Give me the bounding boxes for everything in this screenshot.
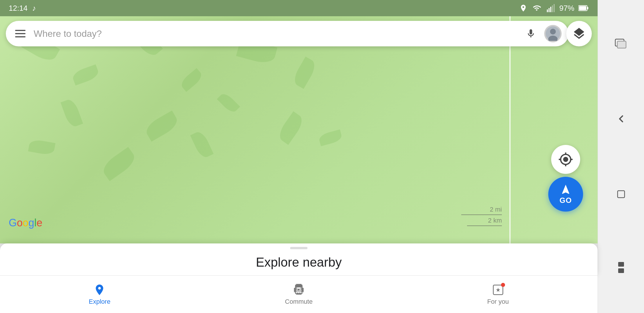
- go-button[interactable]: GO: [548, 177, 583, 212]
- search-bar[interactable]: Where to today?: [6, 21, 569, 46]
- signal-icon: [546, 4, 555, 12]
- svg-rect-1: [549, 8, 550, 12]
- hamburger-line-3: [15, 36, 26, 37]
- for-you-icon: [492, 283, 504, 296]
- bottom-sheet[interactable]: Explore nearby: [0, 243, 598, 275]
- bottom-nav: Explore Commute: [0, 275, 598, 313]
- location-status-icon: [519, 4, 527, 12]
- location-button[interactable]: [551, 145, 580, 174]
- svg-rect-12: [303, 287, 304, 292]
- explore-icon: [93, 283, 106, 296]
- search-placeholder[interactable]: Where to today?: [34, 28, 518, 39]
- svg-rect-17: [617, 41, 626, 48]
- wifi-icon: [531, 4, 542, 12]
- google-g2: g: [28, 217, 34, 229]
- explore-label: Explore: [89, 298, 111, 305]
- for-you-notification-dot: [501, 283, 505, 287]
- svg-rect-18: [618, 191, 625, 198]
- commute-icon: [292, 283, 305, 296]
- sheet-handle: [290, 247, 307, 249]
- android-home[interactable]: [609, 183, 633, 206]
- svg-rect-6: [587, 7, 588, 9]
- commute-label: Commute: [285, 298, 312, 305]
- google-logo: Google: [9, 217, 42, 229]
- status-time: 12:14: [9, 4, 28, 13]
- road-line: [509, 16, 511, 243]
- svg-rect-3: [552, 6, 553, 12]
- status-left: 12:14 ♪: [9, 4, 36, 13]
- android-back[interactable]: [609, 107, 633, 130]
- nav-for-you[interactable]: For you: [398, 276, 598, 313]
- google-l: l: [34, 217, 37, 229]
- hamburger-line-1: [15, 30, 26, 31]
- svg-rect-7: [579, 6, 586, 10]
- status-right: 97%: [519, 4, 589, 13]
- svg-rect-2: [550, 7, 551, 12]
- svg-rect-19: [618, 262, 624, 267]
- svg-rect-20: [618, 268, 624, 273]
- android-nav-bar: [598, 0, 644, 313]
- music-icon: ♪: [32, 4, 36, 13]
- layer-button[interactable]: [566, 21, 592, 46]
- svg-rect-11: [294, 287, 295, 292]
- android-menu-dots[interactable]: [609, 258, 633, 281]
- svg-rect-4: [553, 4, 555, 12]
- battery-icon: [578, 5, 589, 11]
- google-o2: o: [23, 217, 28, 229]
- menu-button[interactable]: [13, 28, 28, 40]
- svg-rect-13: [297, 292, 299, 294]
- svg-rect-0: [547, 10, 548, 12]
- hamburger-line-2: [15, 33, 26, 34]
- go-label: GO: [560, 196, 572, 205]
- go-arrow-icon: [560, 184, 571, 195]
- google-g: G: [9, 217, 17, 229]
- scale-2km: 2 km: [488, 217, 502, 224]
- battery-pct: 97%: [559, 4, 574, 13]
- google-e: e: [37, 217, 42, 229]
- user-avatar[interactable]: [544, 25, 562, 42]
- nav-commute[interactable]: Commute: [199, 276, 399, 313]
- status-bar: 12:14 ♪ 97%: [0, 0, 598, 16]
- map-background: [0, 16, 598, 243]
- scale-2mi: 2 mi: [490, 206, 502, 213]
- android-recent-apps[interactable]: [609, 32, 633, 55]
- nav-explore[interactable]: Explore: [0, 276, 199, 313]
- svg-rect-14: [299, 292, 301, 294]
- svg-point-9: [550, 29, 556, 34]
- explore-nearby-title: Explore nearby: [0, 255, 598, 275]
- mic-button[interactable]: [523, 26, 538, 41]
- map-container[interactable]: Where to today? 2 mi: [0, 16, 598, 243]
- scale-indicator: 2 mi 2 km: [461, 206, 502, 226]
- google-o1: o: [17, 217, 23, 229]
- for-you-label: For you: [487, 298, 509, 305]
